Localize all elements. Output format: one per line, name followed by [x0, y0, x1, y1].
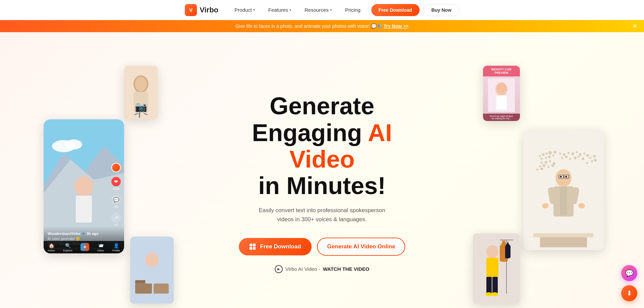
svg-point-51	[582, 158, 584, 160]
svg-rect-13	[76, 196, 92, 223]
svg-rect-89	[492, 277, 498, 294]
tiktok-caption: AI video generator 😊	[48, 237, 120, 241]
features-chevron-icon: ▾	[289, 8, 291, 12]
logo[interactable]: V Virbo	[185, 4, 218, 16]
download-widget-button[interactable]: ⬇	[621, 285, 637, 301]
svg-rect-88	[486, 277, 492, 294]
tiktok-create-button[interactable]: +	[80, 243, 89, 251]
svg-rect-3	[133, 92, 148, 112]
svg-rect-69	[560, 187, 567, 215]
tiktok-comment-icon: 💬	[111, 195, 121, 204]
svg-point-37	[552, 155, 554, 157]
svg-point-90	[485, 292, 492, 296]
beauty-card-image: BEAUTY LIVE PREVIEW tomorrow night at 9p…	[483, 66, 520, 121]
svg-point-53	[545, 161, 547, 164]
svg-point-42	[576, 151, 578, 153]
tiktok-heart-icon: ❤	[111, 177, 121, 186]
tiktok-verified-dot	[83, 233, 85, 235]
tiktok-nav-bar: 🏠 Home 🔍 Explore + 📨 Inbox 👤 Profile	[44, 241, 124, 253]
nav-item-pricing[interactable]: Pricing	[340, 4, 366, 15]
float-fashion-woman	[473, 233, 520, 304]
float-beauty-card: BEAUTY LIVE PREVIEW tomorrow night at 9p…	[483, 66, 520, 121]
svg-point-65	[594, 159, 597, 162]
windows-icon	[250, 244, 256, 250]
man-presenting-image	[523, 129, 604, 250]
svg-point-35	[545, 157, 547, 159]
beauty-card-body	[483, 76, 520, 114]
float-man-presenting	[523, 129, 604, 250]
svg-rect-27	[496, 96, 506, 109]
float-person-packing	[130, 237, 174, 304]
hero-title-minutes: in Minutes!	[258, 172, 386, 199]
tiktok-nav-home[interactable]: 🏠 Home	[48, 243, 55, 252]
chat-widget-icon: 💬	[625, 269, 634, 277]
woman-camera-image	[124, 66, 158, 119]
tiktok-nav-explore[interactable]: 🔍 Explore	[63, 243, 72, 252]
tiktok-user-row: WondershareVirbo 3h ago	[48, 232, 120, 236]
svg-point-34	[541, 158, 543, 160]
nav-item-resources[interactable]: Resources ▾	[299, 4, 337, 15]
svg-point-30	[542, 153, 545, 156]
svg-point-2	[135, 77, 147, 91]
hero-section: ❤ 1350 💬 95 ↗ 12 WondershareVirbo 3h ago	[0, 32, 644, 308]
svg-point-54	[549, 160, 551, 162]
nav-buy-now-button[interactable]: Buy Now	[424, 4, 459, 16]
svg-rect-82	[540, 237, 587, 247]
tiktok-explore-icon: 🔍	[65, 243, 71, 248]
svg-point-33	[554, 151, 556, 153]
hero-title-generate: Generate	[270, 93, 374, 119]
nav-free-download-button[interactable]: Free Download	[371, 4, 420, 16]
nav-item-product[interactable]: Product ▾	[229, 4, 260, 15]
svg-point-43	[579, 153, 582, 156]
hero-free-download-button[interactable]: Free Download	[239, 238, 312, 255]
tiktok-home-icon: 🏠	[49, 243, 54, 248]
chat-widget-button[interactable]: 💬	[621, 265, 637, 281]
play-circle-icon: ▶	[275, 265, 283, 273]
svg-point-47	[565, 156, 568, 158]
svg-point-45	[586, 154, 589, 157]
svg-point-14	[77, 176, 91, 191]
svg-point-39	[563, 153, 566, 156]
hero-watch-cta: WATCH THE VIDEO	[323, 266, 369, 272]
svg-point-19	[145, 253, 159, 267]
tiktok-nav-profile[interactable]: 👤 Profile	[112, 243, 120, 252]
beauty-card-footer: tomorrow night at 9pmbe waiting for the.…	[483, 114, 520, 121]
hero-watch-video[interactable]: ▶ Virbo AI Video - WATCH THE VIDEO	[221, 265, 423, 273]
announcement-close-button[interactable]: ✕	[632, 23, 637, 29]
svg-point-77	[565, 176, 567, 178]
tiktok-inbox-icon: 📨	[98, 243, 104, 248]
float-woman-camera	[124, 66, 158, 119]
tiktok-profile-icon: 👤	[113, 243, 119, 248]
svg-point-41	[572, 152, 574, 155]
svg-point-11	[65, 139, 82, 149]
svg-point-38	[559, 152, 561, 155]
tiktok-share-icon: ↗	[111, 213, 121, 223]
svg-point-44	[583, 152, 585, 155]
svg-point-57	[543, 164, 545, 167]
product-chevron-icon: ▾	[253, 8, 255, 12]
svg-rect-18	[154, 284, 169, 294]
announcement-cta[interactable]: Try Now >>	[384, 23, 409, 29]
tiktok-avatar-action	[111, 163, 121, 172]
hero-center-content: Generate Engaging AI Video in Minutes! E…	[221, 93, 423, 273]
tiktok-comments-count: 95	[114, 205, 118, 208]
tiktok-nav-create[interactable]: +	[80, 243, 89, 252]
person-packing-image	[130, 237, 174, 304]
hero-generate-online-button[interactable]: Generate AI Video Online	[317, 238, 405, 256]
svg-point-52	[541, 162, 543, 164]
svg-point-40	[568, 152, 570, 154]
svg-point-63	[593, 155, 596, 158]
svg-rect-4	[139, 109, 140, 118]
svg-point-31	[546, 152, 548, 155]
svg-point-76	[560, 176, 562, 178]
tiktok-time: 3h ago	[87, 232, 98, 236]
nav-item-features[interactable]: Features ▾	[263, 4, 297, 15]
beauty-card-header: BEAUTY LIVE PREVIEW	[483, 66, 520, 76]
beauty-card-title-line1: BEAUTY LIVE	[484, 68, 519, 71]
tiktok-nav-inbox[interactable]: 📨 Inbox	[98, 243, 104, 252]
hero-subtitle: Easily convert text into professional sp…	[221, 206, 423, 224]
svg-point-66	[586, 162, 588, 164]
tiktok-user-avatar	[111, 163, 121, 172]
svg-point-46	[561, 157, 563, 159]
tiktok-likes-count: 1350	[113, 187, 119, 190]
